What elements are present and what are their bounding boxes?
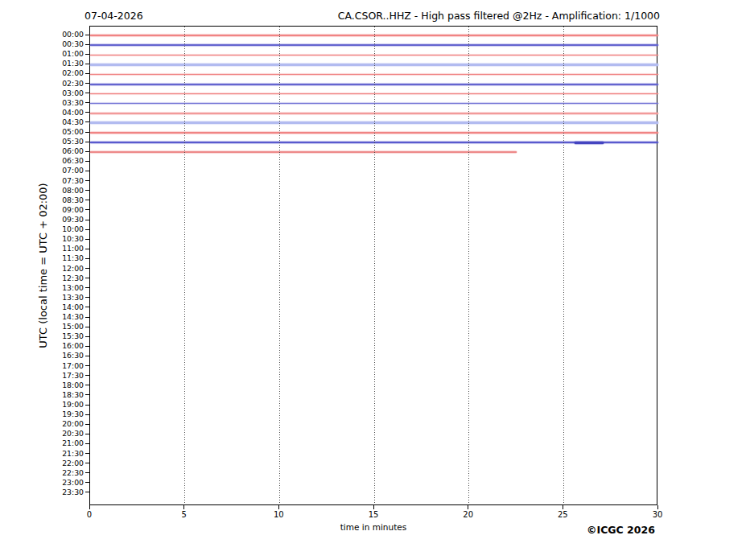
y-tick-label: 23:30 xyxy=(48,488,84,496)
y-tick xyxy=(85,220,89,220)
y-tick xyxy=(85,239,89,240)
y-tick xyxy=(85,200,89,200)
y-tick xyxy=(85,132,89,133)
y-tick xyxy=(85,35,89,35)
y-tick-label: 11:30 xyxy=(48,254,84,262)
y-tick-label: 13:00 xyxy=(48,284,84,292)
gridline-minute-25 xyxy=(563,27,564,504)
y-tick xyxy=(85,365,89,366)
y-tick xyxy=(85,121,89,122)
trace-0530-seg0 xyxy=(575,142,603,144)
y-tick-label: 16:00 xyxy=(48,342,84,350)
y-tick xyxy=(85,307,89,307)
y-tick xyxy=(85,336,89,337)
y-tick-label: 02:30 xyxy=(48,80,84,88)
y-tick-label: 22:30 xyxy=(48,469,84,477)
gridline-minute-15 xyxy=(374,27,375,504)
plot-title: CA.CSOR..HHZ - High pass filtered @2Hz -… xyxy=(338,10,660,22)
y-tick xyxy=(85,424,89,425)
y-tick xyxy=(85,180,89,181)
y-tick xyxy=(85,54,89,55)
y-tick-label: 10:00 xyxy=(48,225,84,233)
y-tick xyxy=(85,83,89,84)
y-tick xyxy=(85,356,89,356)
y-tick-label: 01:00 xyxy=(48,50,84,58)
y-tick xyxy=(85,434,89,434)
trace-0600 xyxy=(90,151,517,153)
x-tick xyxy=(468,505,468,509)
y-tick-label: 06:00 xyxy=(48,147,84,155)
y-tick xyxy=(85,327,89,327)
y-tick-label: 21:30 xyxy=(48,450,84,458)
y-tick-label: 09:00 xyxy=(48,206,84,214)
y-tick xyxy=(85,190,89,191)
x-tick-label: 25 xyxy=(558,510,568,519)
y-tick-label: 23:00 xyxy=(48,479,84,487)
y-tick-label: 04:00 xyxy=(48,109,84,117)
y-tick-label: 00:00 xyxy=(48,31,84,39)
y-tick xyxy=(85,482,89,483)
y-tick xyxy=(85,385,89,385)
x-tick-label: 5 xyxy=(181,510,186,519)
y-tick xyxy=(85,229,89,230)
y-tick xyxy=(85,44,89,45)
y-tick xyxy=(85,112,89,113)
y-tick-label: 08:30 xyxy=(48,196,84,204)
y-tick xyxy=(85,209,89,210)
y-tick-label: 20:30 xyxy=(48,430,84,438)
y-tick xyxy=(85,394,89,395)
y-tick-label: 17:30 xyxy=(48,372,84,380)
y-tick-label: 13:30 xyxy=(48,294,84,302)
y-tick xyxy=(85,453,89,454)
y-tick xyxy=(85,472,89,473)
y-tick-label: 19:00 xyxy=(48,401,84,409)
y-tick-label: 05:30 xyxy=(48,138,84,146)
x-tick xyxy=(89,505,90,509)
y-tick-label: 00:30 xyxy=(48,40,84,48)
seismogram-page: 07-04-2026 CA.CSOR..HHZ - High pass filt… xyxy=(0,0,746,560)
y-tick xyxy=(85,249,89,249)
y-tick xyxy=(85,297,89,298)
y-tick xyxy=(85,258,89,259)
x-tick xyxy=(373,505,374,509)
x-tick xyxy=(657,505,658,509)
x-tick-label: 20 xyxy=(463,510,473,519)
y-tick-label: 14:00 xyxy=(48,303,84,311)
x-tick-label: 0 xyxy=(87,510,92,519)
y-tick-label: 06:30 xyxy=(48,157,84,165)
y-tick-label: 17:00 xyxy=(48,362,84,370)
gridline-minute-20 xyxy=(468,27,469,504)
y-tick-label: 04:30 xyxy=(48,118,84,126)
y-tick-label: 20:00 xyxy=(48,420,84,428)
y-tick xyxy=(85,443,89,444)
y-tick-label: 02:00 xyxy=(48,69,84,77)
y-tick-label: 07:30 xyxy=(48,177,84,185)
copyright-label: ©ICGC 2026 xyxy=(587,524,655,536)
date-label: 07-04-2026 xyxy=(84,10,143,22)
y-tick xyxy=(85,142,89,142)
plot-area xyxy=(89,26,657,505)
y-tick xyxy=(85,414,89,415)
y-tick xyxy=(85,268,89,269)
y-tick-label: 21:00 xyxy=(48,439,84,447)
y-tick-label: 03:00 xyxy=(48,89,84,97)
y-tick xyxy=(85,405,89,406)
y-tick-label: 15:30 xyxy=(48,332,84,340)
y-tick xyxy=(85,375,89,376)
y-tick-label: 01:30 xyxy=(48,60,84,68)
gridline-minute-5 xyxy=(184,27,185,504)
y-tick-label: 19:30 xyxy=(48,410,84,418)
y-tick-label: 09:30 xyxy=(48,216,84,224)
y-tick xyxy=(85,93,89,93)
y-tick-label: 05:00 xyxy=(48,128,84,136)
y-tick xyxy=(85,463,89,463)
x-tick xyxy=(278,505,279,509)
x-tick-label: 30 xyxy=(653,510,663,519)
y-tick-label: 12:30 xyxy=(48,274,84,282)
y-tick xyxy=(85,317,89,318)
y-tick-label: 18:30 xyxy=(48,391,84,399)
x-tick-label: 15 xyxy=(369,510,379,519)
y-tick xyxy=(85,278,89,278)
y-tick-label: 08:00 xyxy=(48,187,84,195)
y-tick xyxy=(85,346,89,347)
